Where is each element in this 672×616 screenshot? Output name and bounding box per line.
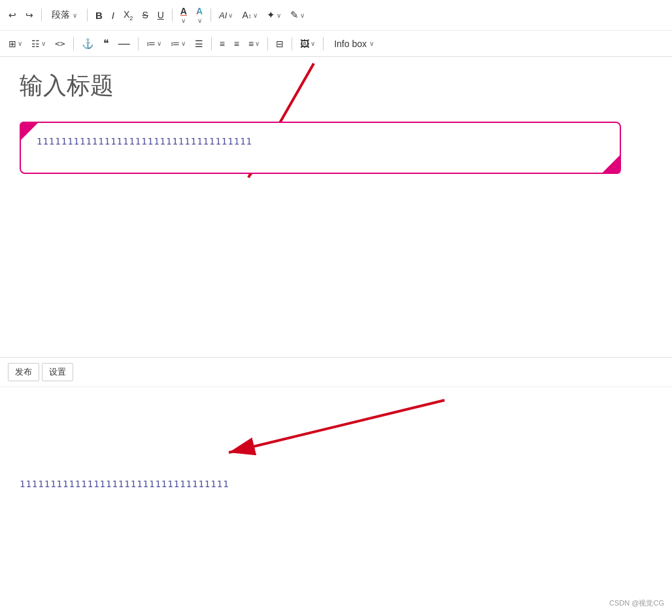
align-center-button[interactable]: ≡ (231, 37, 243, 51)
highlight-chevron-icon: ∨ (197, 17, 202, 24)
highlight-label: A (196, 6, 203, 16)
font-color-label: A (180, 6, 187, 16)
toolbar-sep1 (41, 9, 42, 22)
clear-format-button[interactable]: ✦ ∨ (263, 7, 284, 23)
font-size-button[interactable]: A↕ ∨ (239, 8, 260, 22)
align-left-icon: ≡ (220, 39, 225, 49)
code-icon: <> (55, 39, 65, 48)
ordered-list-button[interactable]: ≔ ∨ (167, 37, 189, 51)
bottom-toolbar: 发布 设置 (0, 358, 672, 387)
ordered-list-icon: ≔ (171, 39, 180, 49)
hr-button[interactable]: — (115, 35, 133, 52)
paragraph-dropdown[interactable]: 段落 ∨ (46, 7, 82, 23)
ol-chevron-icon: ∨ (181, 40, 186, 47)
subscript-button[interactable]: X2 (120, 7, 136, 24)
align-center-icon: ≡ (234, 39, 239, 49)
link-icon: ⚓ (82, 38, 94, 50)
ai-label: AI (219, 10, 227, 20)
toolbar-sep9 (292, 37, 292, 50)
info-box-corner-br (601, 154, 621, 174)
paragraph-label: 段落 (52, 9, 70, 21)
image-chevron-icon: ∨ (41, 40, 46, 47)
table-button[interactable]: ⊞ ∨ (5, 37, 25, 51)
font-color-button[interactable]: A ∨ (177, 4, 190, 26)
align-left-button[interactable]: ≡ (216, 37, 228, 51)
font-size-label: A↕ (242, 10, 251, 20)
infobox-dropdown[interactable]: Info box ∨ (328, 36, 380, 52)
settings-button[interactable]: 设置 (42, 363, 73, 381)
link-button[interactable]: ⚓ (78, 36, 97, 52)
spellcheck-label: ✎ (290, 9, 299, 21)
toolbar-sep4 (210, 9, 211, 22)
unordered-list-icon: ≔ (146, 39, 156, 49)
lower-content: 1111111111111111111111111111111111 (0, 387, 672, 518)
code-button[interactable]: <> (52, 37, 69, 50)
highlight-button[interactable]: A ∨ (193, 4, 206, 26)
toolbar-row2: ⊞ ∨ ☷ ∨ <> ⚓ ❝ — ≔ ∨ (0, 31, 672, 56)
ai-chevron-icon: ∨ (228, 12, 233, 19)
media-chevron-icon: ∨ (311, 40, 315, 47)
image-button[interactable]: ☷ ∨ (28, 37, 49, 51)
toolbar-sep6 (138, 37, 139, 50)
bold-button[interactable]: B (92, 8, 106, 23)
font-size-chevron-icon: ∨ (253, 12, 258, 19)
publish-button[interactable]: 发布 (8, 363, 39, 381)
spellcheck-button[interactable]: ✎ ∨ (287, 7, 308, 23)
lower-arrow-svg (0, 387, 672, 518)
ai-button[interactable]: AI ∨ (216, 9, 236, 22)
align-chevron-icon: ∨ (255, 40, 260, 47)
underline-button[interactable]: U (154, 8, 167, 22)
unordered-list-button[interactable]: ≔ ∨ (143, 37, 165, 51)
clear-format-label: ✦ (267, 9, 275, 21)
align-dropdown-button[interactable]: ≡ ∨ (245, 37, 263, 51)
subscript-label: X2 (124, 9, 133, 22)
spellcheck-chevron-icon: ∨ (300, 12, 305, 19)
table-icon: ⊞ (8, 39, 16, 49)
hr-icon: — (118, 37, 130, 50)
lower-text: 1111111111111111111111111111111111 (20, 479, 652, 489)
infobox-label: Info box (334, 39, 367, 49)
toolbar-sep8 (267, 37, 268, 50)
media-button[interactable]: 🖼 ∨ (297, 37, 318, 51)
editor-wrapper: 输入标题 11111111111111111111111111111111111 (0, 57, 672, 358)
toolbar-sep10 (323, 37, 324, 50)
ul-chevron-icon: ∨ (157, 40, 161, 47)
media-icon: 🖼 (300, 39, 309, 49)
toolbar-container: ↩ ↪ 段落 ∨ B I X2 S U A ∨ A ∨ AI ∨ (0, 0, 672, 57)
paragraph-chevron-icon: ∨ (73, 12, 77, 19)
strikethrough-button[interactable]: S (139, 8, 151, 22)
indent-list-button[interactable]: ☰ (192, 37, 207, 51)
clear-format-chevron-icon: ∨ (277, 12, 281, 19)
indent-list-icon: ☰ (195, 39, 203, 49)
toolbar-sep3 (172, 9, 173, 22)
toolbar-sep5 (73, 37, 74, 50)
editor-title[interactable]: 输入标题 (20, 70, 652, 102)
infobox-chevron-icon: ∨ (369, 40, 374, 47)
svg-line-3 (229, 400, 445, 453)
align-justify-icon: ≡ (248, 39, 254, 49)
table2-icon: ⊟ (276, 39, 284, 49)
watermark: CSDN @视觉CG (609, 598, 664, 608)
italic-button[interactable]: I (109, 8, 118, 23)
redo-button[interactable]: ↪ (22, 8, 37, 22)
info-box[interactable]: 11111111111111111111111111111111111 (20, 122, 621, 174)
image-icon: ☷ (31, 39, 40, 49)
table-chevron-icon: ∨ (18, 40, 22, 47)
table2-button[interactable]: ⊟ (273, 37, 287, 51)
toolbar-sep2 (87, 9, 88, 22)
font-color-chevron-icon: ∨ (181, 17, 186, 24)
undo-button[interactable]: ↩ (5, 8, 20, 22)
quote-icon: ❝ (103, 37, 109, 50)
quote-button[interactable]: ❝ (100, 35, 112, 52)
info-box-content[interactable]: 11111111111111111111111111111111111 (37, 136, 604, 146)
toolbar-sep7 (211, 37, 212, 50)
toolbar-row1: ↩ ↪ 段落 ∨ B I X2 S U A ∨ A ∨ AI ∨ (0, 0, 672, 31)
